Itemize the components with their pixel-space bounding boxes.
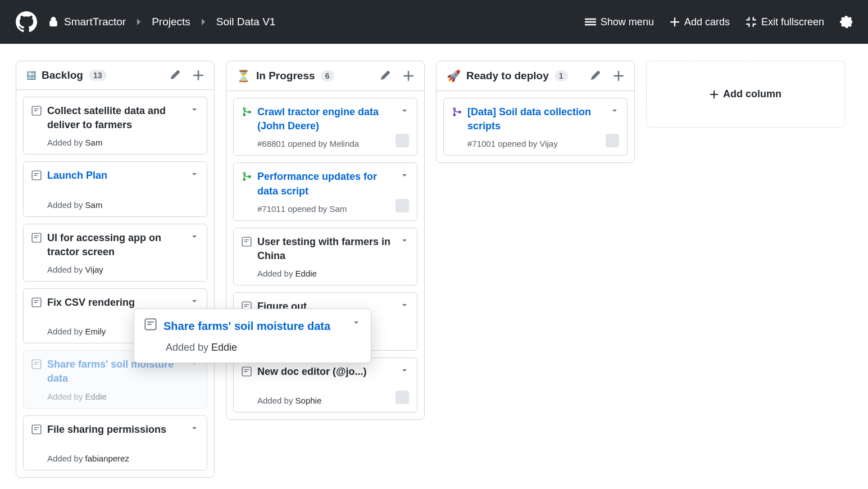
card-meta: Added by Eddie [257, 269, 409, 278]
plus-icon [710, 90, 719, 99]
project-board: 🔙Backlog13Collect satellite data and del… [0, 44, 868, 489]
header-left: SmartTractor Projects Soil Data V1 [16, 11, 585, 33]
gear-icon [840, 16, 852, 28]
card-meta: Added by Vijay [47, 265, 199, 274]
card-menu-button[interactable] [190, 297, 199, 306]
board-card[interactable]: Launch PlanAdded by Sam [23, 161, 207, 216]
card-menu-button[interactable] [400, 301, 409, 310]
card-title: User testing with farmers in China [257, 235, 394, 263]
card-menu-button[interactable] [400, 106, 409, 115]
chevron-right-icon [201, 17, 206, 26]
settings-button[interactable] [840, 16, 852, 28]
card-meta: #71001 opened by Vijay [467, 139, 619, 148]
breadcrumb-repo[interactable]: SmartTractor [48, 16, 126, 28]
breadcrumb-project-name[interactable]: Soil Data V1 [216, 16, 276, 28]
plus-icon [670, 17, 680, 27]
board-column: 🔙Backlog13Collect satellite data and del… [16, 61, 215, 478]
card-menu-button[interactable] [400, 171, 409, 180]
card-title: File sharing permissions [47, 423, 184, 437]
card-menu-button[interactable] [190, 105, 199, 114]
column-header: 🔙Backlog13 [16, 61, 214, 90]
note-icon [144, 318, 157, 330]
card-meta: Added by Sam [47, 138, 199, 147]
assignee-avatar[interactable] [396, 199, 409, 212]
add-cards-label: Add cards [684, 16, 730, 28]
card-meta: Added by fabianperez [47, 454, 199, 463]
card-title: Fix CSV rendering [47, 296, 184, 310]
board-card[interactable]: UI for accessing app on tractor screenAd… [23, 224, 207, 282]
note-icon [31, 297, 42, 307]
board-card[interactable]: File sharing permissionsAdded by fabianp… [23, 415, 207, 470]
pull-request-open-icon [242, 107, 252, 117]
board-card[interactable]: User testing with farmers in ChinaAdded … [233, 228, 417, 286]
github-logo-icon[interactable] [16, 11, 37, 33]
add-column-button[interactable]: Add column [646, 61, 845, 128]
board-card[interactable]: Collect satellite data and deliver to fa… [23, 97, 207, 155]
card-menu-button[interactable] [190, 424, 199, 433]
board-card[interactable]: Crawl tractor engine data (John Deere)#6… [233, 98, 417, 156]
breadcrumb: SmartTractor Projects Soil Data V1 [48, 16, 275, 28]
exit-fullscreen-label: Exit fullscreen [761, 16, 824, 28]
card-title[interactable]: [Data] Soil data collection scripts [467, 105, 605, 133]
assignee-avatar[interactable] [606, 134, 619, 147]
card-meta: Added by Sam [47, 200, 199, 210]
card-meta: Added by Sophie [257, 396, 409, 405]
column-title: Backlog [42, 69, 83, 82]
dragging-card-title: Share farms' soil moisture data [163, 318, 345, 334]
column-add-button[interactable] [193, 70, 204, 81]
card-meta: #68801 opened by Melinda [257, 139, 409, 148]
breadcrumb-projects[interactable]: Projects [152, 16, 190, 28]
card-title: UI for accessing app on tractor screen [47, 231, 184, 259]
card-title[interactable]: Crawl tractor engine data (John Deere) [257, 105, 394, 133]
card-menu-button[interactable] [400, 236, 409, 245]
board-column: ⏳In Progress6Crawl tractor engine data (… [226, 61, 425, 420]
card-title: New doc editor (@jo...) [257, 365, 394, 379]
column-edit-button[interactable] [590, 70, 601, 82]
show-menu-button[interactable]: Show menu [585, 16, 654, 28]
card-menu-button[interactable] [610, 106, 619, 115]
card-title: Collect satellite data and deliver to fa… [47, 104, 184, 132]
card-title[interactable]: Performance updates for data script [257, 170, 394, 198]
column-emoji-icon: 🚀 [447, 69, 461, 83]
board-card[interactable]: Performance updates for data script#7101… [233, 162, 417, 220]
note-icon [242, 366, 252, 377]
board-column: 🚀Ready to deploy1[Data] Soil data collec… [436, 61, 635, 163]
column-header: 🚀Ready to deploy1 [437, 61, 634, 91]
card-menu-button[interactable] [190, 232, 199, 241]
column-add-button[interactable] [613, 70, 624, 82]
column-body: [Data] Soil data collection scripts#7100… [437, 91, 634, 162]
chevron-right-icon [136, 17, 142, 26]
exit-fullscreen-button[interactable]: Exit fullscreen [746, 16, 824, 28]
add-column-label: Add column [723, 88, 781, 100]
exit-fullscreen-icon [746, 16, 757, 28]
show-menu-label: Show menu [601, 16, 654, 28]
column-body: Collect satellite data and deliver to fa… [16, 90, 214, 477]
column-emoji-icon: ⏳ [237, 69, 251, 83]
note-icon [31, 359, 42, 369]
note-icon [31, 170, 42, 180]
column-body: Crawl tractor engine data (John Deere)#6… [226, 91, 424, 419]
chevron-down-icon[interactable] [352, 318, 361, 327]
assignee-avatar[interactable] [396, 391, 409, 404]
column-header: ⏳In Progress6 [226, 61, 424, 91]
pull-request-open-icon [242, 171, 252, 182]
card-menu-button[interactable] [400, 366, 409, 375]
column-title: Ready to deploy [466, 70, 549, 82]
assignee-avatar[interactable] [396, 134, 409, 147]
board-card[interactable]: New doc editor (@jo...)Added by Sophie [233, 357, 417, 413]
dragging-card[interactable]: Share farms' soil moisture data Added by… [134, 309, 371, 363]
board-card[interactable]: [Data] Soil data collection scripts#7100… [443, 98, 628, 156]
column-count-badge: 13 [89, 70, 107, 81]
card-title[interactable]: Launch Plan [47, 169, 184, 183]
column-add-button[interactable] [403, 70, 414, 82]
breadcrumb-project-name-label: Soil Data V1 [216, 16, 276, 28]
column-title: In Progress [256, 70, 315, 82]
add-cards-button[interactable]: Add cards [670, 16, 730, 28]
column-count-badge: 1 [555, 70, 568, 82]
column-edit-button[interactable] [380, 70, 390, 82]
column-edit-button[interactable] [170, 70, 180, 81]
breadcrumb-projects-label: Projects [152, 16, 190, 28]
note-icon [31, 424, 42, 434]
card-meta: #71011 opened by Sam [257, 204, 409, 214]
card-menu-button[interactable] [190, 170, 199, 179]
